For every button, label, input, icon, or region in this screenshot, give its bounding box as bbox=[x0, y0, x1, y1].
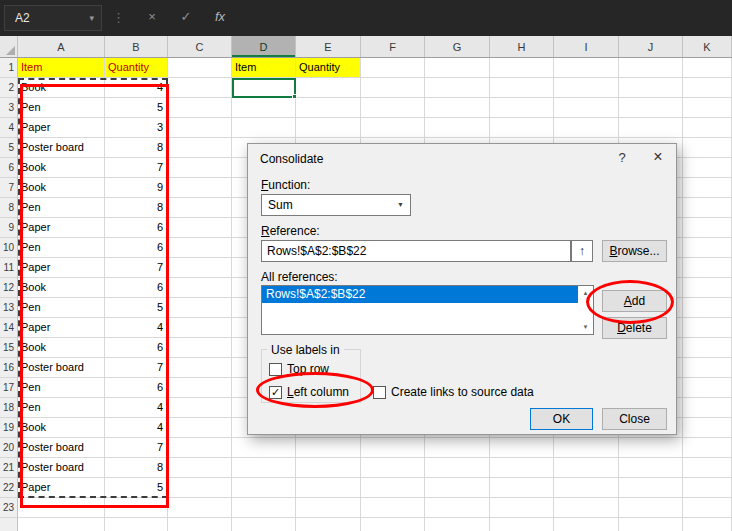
cell-A18[interactable]: Pen bbox=[18, 398, 105, 418]
column-header-A[interactable]: A bbox=[18, 36, 105, 57]
cell-C19[interactable] bbox=[168, 418, 232, 438]
cell-C21[interactable] bbox=[168, 458, 232, 478]
cell-B2[interactable]: 4 bbox=[105, 78, 168, 98]
reference-input[interactable]: Rows!$A$2:$B$22 bbox=[261, 240, 571, 262]
cell-B5[interactable]: 8 bbox=[105, 138, 168, 158]
cell-J20[interactable] bbox=[619, 438, 683, 458]
cell-B1[interactable]: Quantity bbox=[105, 58, 168, 78]
cell-K7[interactable] bbox=[683, 178, 732, 198]
cell-B13[interactable]: 5 bbox=[105, 298, 168, 318]
cell-F21[interactable] bbox=[361, 458, 425, 478]
cell-D1[interactable]: Item bbox=[232, 58, 296, 78]
row-header-14[interactable]: 14 bbox=[0, 318, 18, 338]
cell-C2[interactable] bbox=[168, 78, 232, 98]
cell-K19[interactable] bbox=[683, 418, 732, 438]
cell-A10[interactable]: Pen bbox=[18, 238, 105, 258]
cell-A13[interactable]: Pen bbox=[18, 298, 105, 318]
collapse-dialog-icon[interactable]: ↑ bbox=[571, 240, 593, 262]
top-row-checkbox[interactable]: Top row bbox=[269, 362, 329, 376]
row-header-7[interactable]: 7 bbox=[0, 178, 18, 198]
cell-K3[interactable] bbox=[683, 98, 732, 118]
name-box-dropdown-icon[interactable]: ▾ bbox=[89, 13, 101, 23]
row-header-5[interactable]: 5 bbox=[0, 138, 18, 158]
row-header-23[interactable]: 23 bbox=[0, 498, 18, 518]
cell-B18[interactable]: 4 bbox=[105, 398, 168, 418]
row-header-18[interactable]: 18 bbox=[0, 398, 18, 418]
column-header-J[interactable]: J bbox=[619, 36, 683, 57]
cell-C4[interactable] bbox=[168, 118, 232, 138]
close-button[interactable]: Close bbox=[602, 408, 667, 430]
cell-C16[interactable] bbox=[168, 358, 232, 378]
row-header-16[interactable]: 16 bbox=[0, 358, 18, 378]
cell-E21[interactable] bbox=[296, 458, 361, 478]
row-header-19[interactable]: 19 bbox=[0, 418, 18, 438]
cell-B15[interactable]: 6 bbox=[105, 338, 168, 358]
cell-B20[interactable]: 7 bbox=[105, 438, 168, 458]
enter-icon[interactable]: ✓ bbox=[174, 9, 198, 24]
cell-I4[interactable] bbox=[554, 118, 619, 138]
cell-K22[interactable] bbox=[683, 478, 732, 498]
browse-button[interactable]: Browse... bbox=[602, 240, 667, 262]
cell-A17[interactable]: Pen bbox=[18, 378, 105, 398]
cell-C5[interactable] bbox=[168, 138, 232, 158]
cell-K12[interactable] bbox=[683, 278, 732, 298]
row-header-9[interactable]: 9 bbox=[0, 218, 18, 238]
cell-I3[interactable] bbox=[554, 98, 619, 118]
cell-A2[interactable]: Book bbox=[18, 78, 105, 98]
listbox-scrollbar[interactable]: ▲ ▼ bbox=[578, 286, 593, 334]
left-column-checkbox[interactable]: ✓ Left column bbox=[269, 385, 349, 399]
cell-C12[interactable] bbox=[168, 278, 232, 298]
cell-H23[interactable] bbox=[490, 498, 554, 518]
row-header-17[interactable]: 17 bbox=[0, 378, 18, 398]
cell-K5[interactable] bbox=[683, 138, 732, 158]
column-header-G[interactable]: G bbox=[425, 36, 490, 57]
cell-A4[interactable]: Paper bbox=[18, 118, 105, 138]
cell-K23[interactable] bbox=[683, 498, 732, 518]
help-icon[interactable]: ? bbox=[604, 144, 640, 172]
cell-H3[interactable] bbox=[490, 98, 554, 118]
cell-F3[interactable] bbox=[361, 98, 425, 118]
cell-K24[interactable] bbox=[683, 518, 732, 531]
scroll-up-icon[interactable]: ▲ bbox=[578, 286, 593, 300]
cell-J3[interactable] bbox=[619, 98, 683, 118]
cell-J4[interactable] bbox=[619, 118, 683, 138]
cell-J2[interactable] bbox=[619, 78, 683, 98]
cell-F24[interactable] bbox=[361, 518, 425, 531]
column-header-I[interactable]: I bbox=[554, 36, 619, 57]
ok-button[interactable]: OK bbox=[530, 408, 593, 430]
cell-A21[interactable]: Poster board bbox=[18, 458, 105, 478]
row-header-10[interactable]: 10 bbox=[0, 238, 18, 258]
fill-handle[interactable] bbox=[292, 94, 297, 99]
cell-G20[interactable] bbox=[425, 438, 490, 458]
cell-A5[interactable]: Poster board bbox=[18, 138, 105, 158]
cell-K8[interactable] bbox=[683, 198, 732, 218]
row-header-3[interactable]: 3 bbox=[0, 98, 18, 118]
cell-B17[interactable]: 6 bbox=[105, 378, 168, 398]
cell-A11[interactable]: Paper bbox=[18, 258, 105, 278]
cell-E24[interactable] bbox=[296, 518, 361, 531]
cell-C1[interactable] bbox=[168, 58, 232, 78]
create-links-checkbox[interactable]: Create links to source data bbox=[373, 385, 534, 399]
cell-C8[interactable] bbox=[168, 198, 232, 218]
cell-J21[interactable] bbox=[619, 458, 683, 478]
cell-H2[interactable] bbox=[490, 78, 554, 98]
cell-H1[interactable] bbox=[490, 58, 554, 78]
delete-button[interactable]: Delete bbox=[602, 317, 667, 339]
cell-F2[interactable] bbox=[361, 78, 425, 98]
cell-D4[interactable] bbox=[232, 118, 296, 138]
cell-F23[interactable] bbox=[361, 498, 425, 518]
formula-input[interactable] bbox=[246, 0, 732, 36]
cell-A12[interactable]: Book bbox=[18, 278, 105, 298]
cell-B10[interactable]: 6 bbox=[105, 238, 168, 258]
cell-C9[interactable] bbox=[168, 218, 232, 238]
cell-F4[interactable] bbox=[361, 118, 425, 138]
column-header-D[interactable]: D bbox=[232, 36, 296, 57]
cell-G23[interactable] bbox=[425, 498, 490, 518]
row-header-13[interactable]: 13 bbox=[0, 298, 18, 318]
cell-K11[interactable] bbox=[683, 258, 732, 278]
cell-C20[interactable] bbox=[168, 438, 232, 458]
row-header-24[interactable] bbox=[0, 518, 18, 531]
top-row-checkbox-box[interactable] bbox=[269, 363, 282, 376]
cell-G3[interactable] bbox=[425, 98, 490, 118]
cell-K13[interactable] bbox=[683, 298, 732, 318]
